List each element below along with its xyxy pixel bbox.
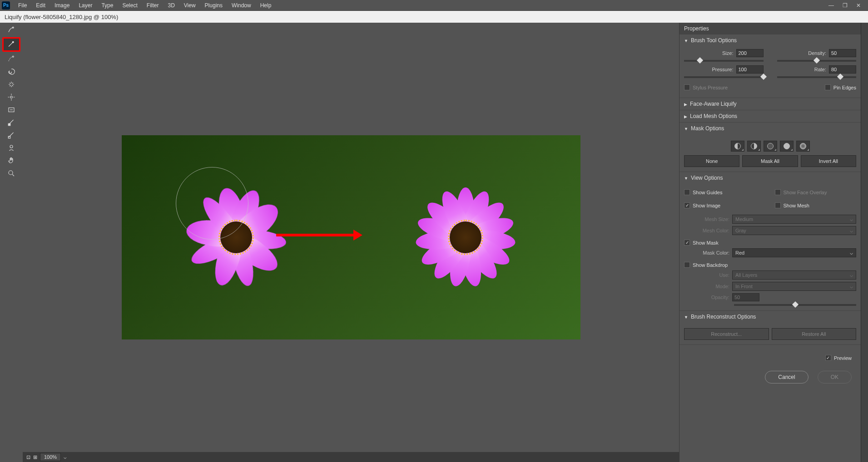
menu-bar: Ps File Edit Image Layer Type Select Fil… xyxy=(0,0,868,11)
tool-forward-warp[interactable] xyxy=(3,25,20,35)
view-options-header[interactable]: View Options xyxy=(680,172,861,184)
properties-panel: Properties Brush Tool Options Size: Dens… xyxy=(679,23,861,462)
photoshop-logo-icon: Ps xyxy=(2,1,10,10)
menu-window[interactable]: Window xyxy=(227,0,256,10)
menu-file[interactable]: File xyxy=(14,0,31,10)
preview-checkbox[interactable] xyxy=(825,355,831,361)
pressure-slider[interactable] xyxy=(684,76,764,78)
face-aware-header[interactable]: Face-Aware Liquify xyxy=(680,98,861,110)
reconstruct-button[interactable]: Reconstruct... xyxy=(684,328,769,340)
cancel-button[interactable]: Cancel xyxy=(765,371,808,383)
minimize-icon[interactable]: — xyxy=(828,2,834,9)
size-slider[interactable] xyxy=(684,60,764,62)
actual-icon[interactable]: ⊞ xyxy=(33,454,37,460)
pin-edges-label: Pin Edges xyxy=(833,85,856,90)
opacity-label: Opacity: xyxy=(684,295,729,300)
mask-mode-5-icon[interactable] xyxy=(796,141,810,152)
ok-button[interactable]: OK xyxy=(818,371,852,383)
density-input[interactable] xyxy=(829,49,856,57)
maximize-icon[interactable]: ❐ xyxy=(842,2,848,9)
svg-point-1 xyxy=(12,41,14,43)
canvas-viewport[interactable] xyxy=(23,23,679,452)
load-mesh-header[interactable]: Load Mesh Options xyxy=(680,110,861,122)
show-backdrop-checkbox[interactable] xyxy=(684,262,690,268)
show-mask-label: Show Mask xyxy=(693,240,719,246)
tool-smooth[interactable] xyxy=(3,54,20,64)
show-guides-label: Show Guides xyxy=(693,190,722,195)
show-mesh-label: Show Mesh xyxy=(784,203,809,208)
mask-mode-1-icon[interactable] xyxy=(731,141,744,152)
rate-label: Rate: xyxy=(777,67,827,72)
size-input[interactable] xyxy=(736,49,764,57)
menu-select[interactable]: Select xyxy=(118,0,142,10)
opacity-slider xyxy=(734,304,856,306)
svg-rect-5 xyxy=(8,123,10,126)
svg-point-2 xyxy=(12,56,14,57)
tool-zoom[interactable] xyxy=(3,168,20,179)
mask-mode-2-icon[interactable] xyxy=(747,141,761,152)
rate-input[interactable] xyxy=(829,65,856,74)
mask-all-button[interactable]: Mask All xyxy=(742,155,798,167)
show-image-checkbox[interactable] xyxy=(684,202,690,208)
show-mesh-checkbox[interactable] xyxy=(775,202,781,208)
pin-edges-checkbox[interactable] xyxy=(825,84,831,90)
properties-title: Properties xyxy=(680,23,861,34)
mask-color-label: Mask Color: xyxy=(684,250,729,256)
tool-freeze-mask[interactable] xyxy=(3,117,20,128)
svg-point-8 xyxy=(9,171,13,175)
tool-hand[interactable] xyxy=(3,155,20,166)
tool-face[interactable] xyxy=(3,143,20,153)
zoom-dropdown-icon[interactable]: ⌵ xyxy=(64,454,67,460)
mask-mode-4-icon[interactable] xyxy=(780,141,794,152)
pressure-label: Pressure: xyxy=(684,67,734,72)
menu-image[interactable]: Image xyxy=(50,0,74,10)
restore-all-button[interactable]: Restore All xyxy=(772,328,857,340)
mask-none-button[interactable]: None xyxy=(684,155,739,167)
menu-filter[interactable]: Filter xyxy=(142,0,164,10)
menu-help[interactable]: Help xyxy=(256,0,276,10)
tool-twirl[interactable] xyxy=(3,66,20,77)
fit-icon[interactable]: ⊡ xyxy=(26,454,30,460)
show-mask-checkbox[interactable] xyxy=(684,240,690,246)
density-slider[interactable] xyxy=(777,60,857,62)
menu-layer[interactable]: Layer xyxy=(74,0,97,10)
annotation-arrow-icon xyxy=(276,226,362,244)
tool-pucker[interactable] xyxy=(3,79,20,90)
size-label: Size: xyxy=(684,50,734,56)
pressure-input[interactable] xyxy=(736,65,764,74)
brush-cursor-icon xyxy=(176,167,248,240)
mask-invert-button[interactable]: Invert All xyxy=(801,155,856,167)
brush-options-header[interactable]: Brush Tool Options xyxy=(680,34,861,46)
opacity-input xyxy=(732,293,759,301)
tool-reconstruct[interactable] xyxy=(2,37,20,52)
density-label: Density: xyxy=(777,50,827,56)
mode-dropdown: In Front xyxy=(732,282,856,291)
show-guides-checkbox[interactable] xyxy=(684,189,690,195)
svg-point-7 xyxy=(10,145,13,148)
menu-view[interactable]: View xyxy=(179,0,200,10)
mask-color-dropdown[interactable]: Red xyxy=(732,248,856,257)
tool-thaw-mask[interactable] xyxy=(3,130,20,141)
mask-options-header[interactable]: Mask Options xyxy=(680,123,861,134)
mesh-size-dropdown: Medium xyxy=(732,215,856,224)
menu-edit[interactable]: Edit xyxy=(31,0,50,10)
preview-label: Preview xyxy=(834,355,852,361)
mesh-color-label: Mesh Color: xyxy=(684,228,729,233)
reconstruct-header[interactable]: Brush Reconstruct Options xyxy=(680,311,861,323)
tool-bloat[interactable] xyxy=(3,92,20,103)
close-icon[interactable]: ✕ xyxy=(855,2,862,9)
mask-mode-3-icon[interactable] xyxy=(764,141,777,152)
canvas-bottom-bar: ⊡ ⊞ 100% ⌵ xyxy=(23,452,679,462)
tool-push-left[interactable] xyxy=(3,104,20,115)
menu-3d[interactable]: 3D xyxy=(163,0,179,10)
svg-point-3 xyxy=(10,96,13,98)
properties-scrollbar[interactable] xyxy=(861,23,868,462)
show-image-label: Show Image xyxy=(693,203,720,208)
rate-slider[interactable] xyxy=(777,76,857,78)
svg-marker-10 xyxy=(353,230,362,241)
menu-type[interactable]: Type xyxy=(97,0,118,10)
zoom-input[interactable]: 100% xyxy=(40,453,61,461)
mesh-color-dropdown: Gray xyxy=(732,226,856,235)
menu-plugins[interactable]: Plugins xyxy=(200,0,227,10)
dialog-title: Liquify (flower-5805840_1280.jpg @ 100%) xyxy=(0,11,868,23)
